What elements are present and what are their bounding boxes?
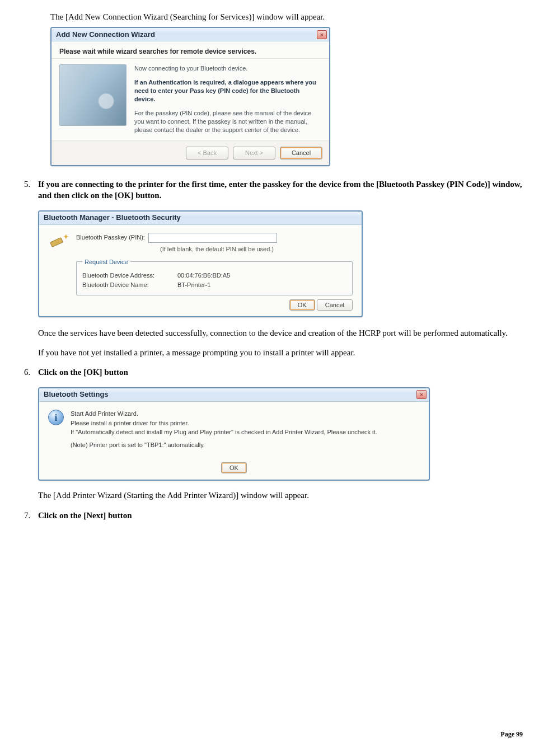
- name-label: Bluetooth Device Name:: [82, 281, 172, 289]
- addr-label: Bluetooth Device Address:: [82, 271, 172, 280]
- security-dialog: Bluetooth Manager - Bluetooth Security ✦…: [38, 210, 363, 317]
- settings-note: (Note) Printer port is set to "TBP1:" au…: [71, 441, 420, 449]
- step6-text: Click on the [OK] button: [38, 368, 128, 377]
- ok-button[interactable]: OK: [221, 462, 247, 473]
- wizard-line3: For the passkey (PIN code), please see t…: [134, 109, 321, 134]
- info-icon: [48, 410, 64, 425]
- page-number: Page 99: [500, 730, 523, 739]
- wizard-line1: Now connecting to your Bluetooth device.: [134, 64, 321, 73]
- request-device-legend: Request Device: [82, 258, 130, 266]
- back-button[interactable]: < Back: [186, 147, 228, 159]
- wizard-line2: If an Authentication is required, a dial…: [134, 78, 321, 104]
- passkey-hint: (If left blank, the default PIN will be …: [76, 245, 353, 253]
- after5-p1: Once the services have been detected suc…: [38, 327, 523, 339]
- settings-dialog: Bluetooth Settings × Start Add Printer W…: [38, 387, 430, 481]
- passkey-label: Bluetooth Passkey (PIN):: [76, 234, 145, 241]
- close-icon[interactable]: ×: [317, 30, 327, 39]
- wizard-subheader: Please wait while wizard searches for re…: [51, 41, 329, 59]
- security-title: Bluetooth Manager - Bluetooth Security: [44, 213, 181, 223]
- settings-line2: Please install a printer driver for this…: [71, 419, 420, 428]
- key-icon: ✦: [48, 233, 68, 253]
- step5-text: If you are connecting to the printer for…: [38, 180, 522, 200]
- addr-value: 00:04:76:B6:BD:A5: [177, 271, 230, 280]
- name-value: BT-Printer-1: [177, 281, 210, 289]
- ok-button[interactable]: OK: [289, 299, 315, 311]
- cancel-button[interactable]: Cancel: [280, 147, 322, 159]
- settings-line1: Start Add Printer Wizard.: [71, 410, 420, 418]
- settings-title: Bluetooth Settings: [44, 389, 109, 400]
- intro-paragraph: The [Add New Connection Wizard (Searchin…: [50, 11, 523, 22]
- next-button[interactable]: Next >: [233, 147, 275, 159]
- wizard-illustration: [59, 64, 127, 126]
- wizard-dialog: Add New Connection Wizard × Please wait …: [50, 27, 330, 166]
- request-device-group: Request Device Bluetooth Device Address:…: [76, 258, 353, 296]
- passkey-input[interactable]: [148, 233, 277, 243]
- after5-p2: If you have not yet installed a printer,…: [38, 347, 523, 358]
- wizard-title: Add New Connection Wizard: [56, 30, 155, 40]
- after6-text: The [Add Printer Wizard (Starting the Ad…: [38, 490, 523, 501]
- close-icon[interactable]: ×: [416, 390, 427, 399]
- cancel-button[interactable]: Cancel: [317, 299, 353, 311]
- settings-line3: If "Automatically detect and install my …: [71, 428, 420, 436]
- step7-text: Click on the [Next] button: [38, 511, 132, 520]
